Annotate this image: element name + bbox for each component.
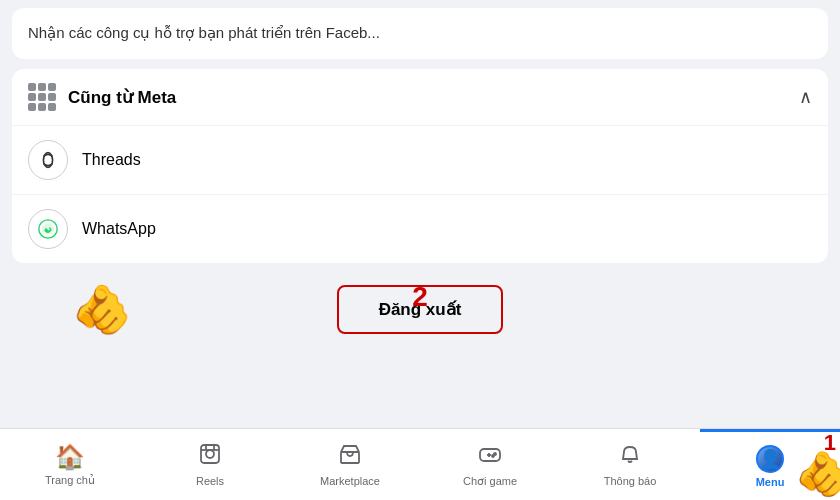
marketplace-icon (338, 442, 362, 472)
avatar-icon: 👤 (759, 450, 781, 468)
nav-label-games: Chơi game (463, 475, 517, 488)
nav-label-reels: Reels (196, 475, 224, 487)
bell-icon (618, 442, 642, 472)
chevron-up-icon[interactable]: ∧ (799, 86, 812, 108)
grid-icon (28, 83, 56, 111)
nav-item-reels[interactable]: Reels (140, 429, 280, 500)
svg-point-3 (206, 450, 214, 458)
grid-dot (48, 103, 56, 111)
nav-item-home[interactable]: 🏠 Trang chủ (0, 429, 140, 500)
whatsapp-icon (28, 209, 68, 249)
logout-wrapper: 2 Đăng xuất (337, 285, 504, 334)
section-header-left: Cũng từ Meta (28, 83, 176, 111)
page-wrapper: Nhận các công cụ hỗ trợ bạn phát triển t… (0, 0, 840, 500)
threads-item[interactable]: Threads (12, 126, 828, 195)
svg-rect-7 (341, 452, 359, 463)
nav-item-menu[interactable]: 1 👤 Menu 🫵 (700, 429, 840, 500)
svg-point-12 (492, 455, 494, 457)
grid-dot (28, 83, 36, 91)
grid-dot (48, 93, 56, 101)
home-icon: 🏠 (55, 443, 85, 471)
content-area: Nhận các công cụ hỗ trợ bạn phát triển t… (0, 0, 840, 428)
threads-icon (28, 140, 68, 180)
number-2-badge: 2 (412, 281, 428, 313)
top-card: Nhận các công cụ hỗ trợ bạn phát triển t… (12, 8, 828, 59)
top-card-text: Nhận các công cụ hỗ trợ bạn phát triển t… (28, 24, 380, 41)
svg-rect-2 (201, 445, 219, 463)
section-header: Cũng từ Meta ∧ (12, 69, 828, 126)
bottom-nav: 🏠 Trang chủ Reels (0, 428, 840, 500)
grid-dot (38, 93, 46, 101)
games-icon (478, 442, 502, 472)
hand-left-icon: 🫵 (72, 282, 132, 338)
meta-section: Cũng từ Meta ∧ Threads (12, 69, 828, 263)
nav-label-notifications: Thông báo (604, 475, 657, 487)
whatsapp-label: WhatsApp (82, 220, 156, 238)
grid-dot (48, 83, 56, 91)
grid-dot (28, 93, 36, 101)
nav-item-marketplace[interactable]: Marketplace (280, 429, 420, 500)
threads-label: Threads (82, 151, 141, 169)
logout-row: 🫵 2 Đăng xuất (12, 273, 828, 346)
nav-item-notifications[interactable]: Thông báo (560, 429, 700, 500)
number-1-badge: 1 (824, 430, 836, 456)
whatsapp-item[interactable]: WhatsApp (12, 195, 828, 263)
nav-label-home: Trang chủ (45, 474, 95, 487)
nav-label-marketplace: Marketplace (320, 475, 380, 487)
nav-label-menu: Menu (756, 476, 785, 488)
nav-item-games[interactable]: Chơi game (420, 429, 560, 500)
avatar: 👤 (756, 445, 784, 473)
grid-dot (28, 103, 36, 111)
reels-icon (198, 442, 222, 472)
grid-dot (38, 103, 46, 111)
grid-dot (38, 83, 46, 91)
section-title: Cũng từ Meta (68, 87, 176, 108)
